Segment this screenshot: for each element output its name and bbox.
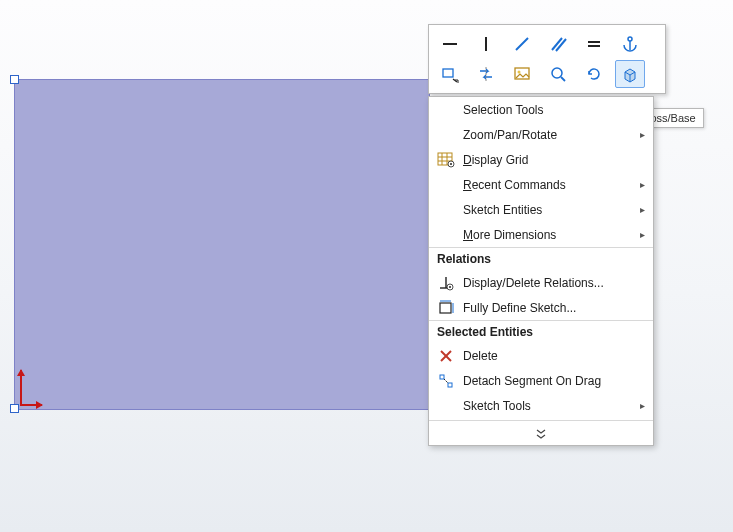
- zoom-to-fit-icon[interactable]: [543, 60, 573, 88]
- display-grid-icon: [433, 150, 459, 170]
- menu-display-grid[interactable]: Display Grid: [429, 147, 653, 172]
- svg-point-13: [552, 68, 562, 78]
- menu-sketch-entities[interactable]: Sketch Entities ▸: [429, 197, 653, 222]
- menu-sketch-tools[interactable]: Sketch Tools ▸: [429, 393, 653, 418]
- graphics-viewport[interactable]: Extruded Boss/Base Selection Tools Zoom/…: [0, 0, 733, 532]
- sketch-face[interactable]: [14, 79, 430, 410]
- menu-label: Zoom/Pan/Rotate: [459, 128, 640, 142]
- menu-expand-chevrons[interactable]: [429, 423, 653, 445]
- menu-detach-segment[interactable]: Detach Segment On Drag: [429, 368, 653, 393]
- flip-arrows-icon[interactable]: [471, 60, 501, 88]
- svg-point-21: [450, 163, 452, 165]
- menu-selection-tools[interactable]: Selection Tools: [429, 97, 653, 122]
- extruded-boss-base-icon[interactable]: [615, 60, 645, 88]
- menu-zoom-pan-rotate[interactable]: Zoom/Pan/Rotate ▸: [429, 122, 653, 147]
- svg-line-4: [556, 39, 566, 51]
- smart-dimension-icon[interactable]: [435, 60, 465, 88]
- menu-display-delete-relations[interactable]: Display/Delete Relations...: [429, 270, 653, 295]
- svg-line-33: [444, 379, 448, 383]
- sketch-handle-top-left[interactable]: [10, 75, 19, 84]
- fix-anchor-icon[interactable]: [615, 30, 645, 58]
- section-selected-entities: Selected Entities: [429, 320, 653, 343]
- menu-more-dimensions[interactable]: More Dimensions ▸: [429, 222, 653, 247]
- relations-perp-icon: [433, 273, 459, 293]
- sketch-origin: [17, 370, 43, 410]
- menu-label: Delete: [459, 349, 645, 363]
- svg-line-3: [552, 38, 562, 50]
- submenu-arrow-icon: ▸: [640, 129, 645, 140]
- menu-label: Sketch Entities: [459, 203, 640, 217]
- horizontal-line-icon[interactable]: [435, 30, 465, 58]
- svg-line-2: [516, 38, 528, 50]
- parallel-lines-icon[interactable]: [543, 30, 573, 58]
- vertical-line-icon[interactable]: [471, 30, 501, 58]
- menu-recent-commands[interactable]: Recent Commands ▸: [429, 172, 653, 197]
- detach-segment-icon: [433, 371, 459, 391]
- submenu-arrow-icon: ▸: [640, 229, 645, 240]
- fully-define-icon: [433, 298, 459, 318]
- submenu-arrow-icon: ▸: [640, 204, 645, 215]
- menu-label: Fully Define Sketch...: [459, 301, 645, 315]
- svg-rect-9: [443, 69, 453, 77]
- submenu-arrow-icon: ▸: [640, 179, 645, 190]
- submenu-arrow-icon: ▸: [640, 400, 645, 411]
- section-relations: Relations: [429, 247, 653, 270]
- menu-fully-define-sketch[interactable]: Fully Define Sketch...: [429, 295, 653, 320]
- svg-point-7: [628, 37, 632, 41]
- svg-rect-32: [448, 383, 452, 387]
- rotate-sketch-icon[interactable]: [579, 60, 609, 88]
- svg-point-12: [518, 71, 521, 74]
- context-toolbar: [428, 24, 666, 94]
- equal-relation-icon[interactable]: [579, 30, 609, 58]
- menu-label: Sketch Tools: [459, 399, 640, 413]
- svg-rect-31: [440, 375, 444, 379]
- menu-label: Selection Tools: [459, 103, 645, 117]
- menu-label: Detach Segment On Drag: [459, 374, 645, 388]
- menu-label: Recent Commands: [459, 178, 640, 192]
- menu-label: Display Grid: [459, 153, 645, 167]
- svg-rect-26: [440, 303, 451, 313]
- context-menu: Selection Tools Zoom/Pan/Rotate ▸ Displa…: [428, 96, 654, 446]
- menu-separator: [429, 420, 653, 421]
- menu-label: More Dimensions: [459, 228, 640, 242]
- sketch-picture-icon[interactable]: [507, 60, 537, 88]
- svg-point-25: [449, 286, 451, 288]
- menu-delete[interactable]: Delete: [429, 343, 653, 368]
- svg-line-14: [561, 77, 565, 81]
- menu-label: Display/Delete Relations...: [459, 276, 645, 290]
- diagonal-line-icon[interactable]: [507, 30, 537, 58]
- delete-x-icon: [433, 346, 459, 366]
